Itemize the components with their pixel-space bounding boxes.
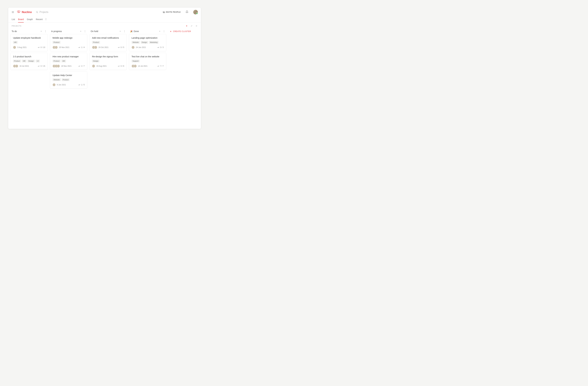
invite-label: INVITE PEOPLE (166, 11, 181, 13)
tag[interactable]: Marketing (149, 41, 158, 44)
card-footer: 20 Oct 20210 / 5 (92, 46, 124, 49)
column-add-button[interactable] (80, 30, 82, 32)
svg-point-19 (85, 32, 85, 32)
check-icon (157, 65, 159, 67)
tag[interactable]: +2 (36, 60, 40, 62)
assignee-avatars (92, 65, 95, 68)
check-icon (157, 46, 159, 48)
check-icon (38, 46, 40, 48)
card[interactable]: Re-design the signup formDesign19 Aug 20… (89, 53, 127, 70)
tag[interactable]: Design (92, 60, 99, 62)
tab-recent[interactable]: Recent (36, 17, 42, 23)
svg-point-13 (45, 31, 46, 32)
tag[interactable]: Design (141, 41, 148, 44)
collapse-icon[interactable] (190, 25, 193, 27)
tag[interactable]: Product (53, 60, 61, 62)
column: In progressMobile app redesignProduct25 … (50, 29, 87, 90)
menu-icon[interactable] (11, 11, 14, 14)
card-tags: HR (13, 41, 45, 44)
column-add-button[interactable] (119, 30, 121, 32)
card-footer: 25 Nov 20211 / 4 (53, 46, 85, 49)
card[interactable]: Landing page optimizationWebsiteDesignMa… (129, 34, 166, 51)
progress-text: 1 / 4 (81, 46, 85, 48)
search[interactable] (36, 11, 73, 14)
svg-point-6 (46, 19, 46, 19)
assignee-avatars (13, 65, 18, 68)
card-progress: 0 / 6 (118, 65, 124, 67)
card-date: 19 Aug 2021 (96, 65, 106, 67)
progress-text: 0 / 6 (121, 65, 124, 67)
card-title: Add new email notifications (92, 37, 124, 39)
card[interactable]: Hire new product managerProductHR18 Nov … (50, 53, 87, 70)
svg-point-12 (45, 30, 46, 31)
tag[interactable]: HR (13, 41, 18, 44)
avatar[interactable] (15, 65, 18, 68)
tag[interactable]: Website (53, 78, 61, 81)
check-icon (78, 65, 80, 67)
card[interactable]: Update Help CenterWebsiteProduct9 Jun 20… (50, 71, 87, 89)
card[interactable]: Update employee handbookHR3 Aug 20210 / … (10, 34, 48, 51)
progress-text: 3 / 3 (160, 46, 164, 48)
tag[interactable]: Website (131, 41, 140, 44)
column-more-button[interactable] (84, 30, 86, 32)
avatar[interactable] (92, 65, 95, 68)
svg-point-14 (45, 32, 46, 32)
tag[interactable]: Design (27, 60, 35, 62)
avatar[interactable] (57, 65, 60, 68)
progress-text: 0 / 10 (41, 46, 45, 48)
notifications-button[interactable] (186, 10, 188, 14)
tab-board[interactable]: Board (18, 17, 24, 23)
tag[interactable]: Product (92, 41, 100, 44)
card[interactable]: Add new email notificationsProduct20 Oct… (89, 34, 127, 51)
chevrons-left-icon[interactable] (195, 25, 198, 27)
progress-text: 7 / 7 (160, 65, 164, 67)
svg-point-3 (36, 11, 38, 13)
tag[interactable]: HR (62, 60, 66, 62)
logo-text: Nuclino (22, 11, 32, 14)
avatar[interactable] (13, 46, 16, 49)
tag[interactable]: Product (62, 78, 70, 81)
tag[interactable]: Product (53, 41, 61, 44)
user-avatar[interactable] (193, 10, 198, 14)
avatar[interactable] (53, 83, 56, 86)
board-actions (186, 25, 198, 27)
column-add-button[interactable] (159, 30, 161, 32)
card-progress: 0 / 10 (38, 46, 45, 48)
card[interactable]: 2.0 product launchProductHRDesign+216 Ju… (10, 53, 48, 70)
card-title: Test live chat on the website (131, 55, 164, 58)
tab-graph[interactable]: Graph (27, 17, 33, 23)
card-date: 20 Oct 2021 (99, 46, 108, 48)
tab-list[interactable]: List (12, 17, 15, 23)
card-tags: Design (92, 60, 124, 62)
avatar[interactable] (94, 46, 97, 49)
card-footer: 24 Jun 20213 / 3 (131, 46, 164, 49)
tab-more-icon[interactable] (46, 18, 46, 21)
board: To doUpdate employee handbookHR3 Aug 202… (8, 28, 201, 93)
card-footer: 9 Jun 20211 / 5 (53, 83, 85, 86)
invite-people-button[interactable]: INVITE PEOPLE (163, 11, 181, 13)
column-more-button[interactable] (163, 30, 165, 32)
card-footer: 16 Jul 20210 / 15 (13, 65, 45, 68)
avatar[interactable] (55, 46, 58, 49)
avatar[interactable] (131, 46, 135, 49)
tag[interactable]: Product (13, 60, 21, 62)
column-more-button[interactable] (44, 30, 46, 32)
logo[interactable]: Nuclino (17, 10, 32, 14)
assignee-avatars (53, 83, 56, 86)
card-tags: Support (131, 60, 164, 62)
add-button[interactable] (186, 25, 188, 27)
column-add-button[interactable] (40, 30, 42, 32)
card[interactable]: Test live chat on the websiteSupport14 J… (129, 53, 166, 70)
card-title: Update Help Center (53, 74, 85, 76)
card[interactable]: Mobile app redesignProduct25 Nov 20211 /… (50, 34, 87, 51)
tag[interactable]: HR (22, 60, 26, 62)
card-title: Hire new product manager (53, 55, 85, 58)
check-icon (38, 65, 40, 67)
column-title: On hold (91, 30, 118, 32)
search-input[interactable] (40, 11, 73, 14)
column-header: 🎉Done (129, 29, 166, 34)
create-cluster-button[interactable]: CREATE CLUSTER (168, 29, 192, 34)
tag[interactable]: Support (131, 60, 140, 62)
avatar[interactable] (134, 65, 137, 68)
column-more-button[interactable] (124, 30, 126, 32)
